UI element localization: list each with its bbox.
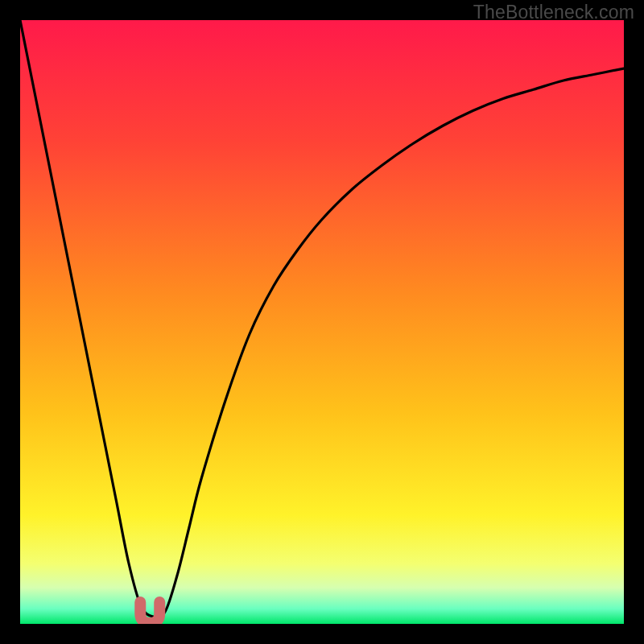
watermark-text: TheBottleneck.com bbox=[473, 2, 634, 23]
plot-area bbox=[20, 20, 624, 624]
minimum-marker bbox=[140, 602, 159, 623]
bottleneck-curve bbox=[20, 20, 624, 624]
chart-frame: TheBottleneck.com bbox=[0, 0, 644, 644]
